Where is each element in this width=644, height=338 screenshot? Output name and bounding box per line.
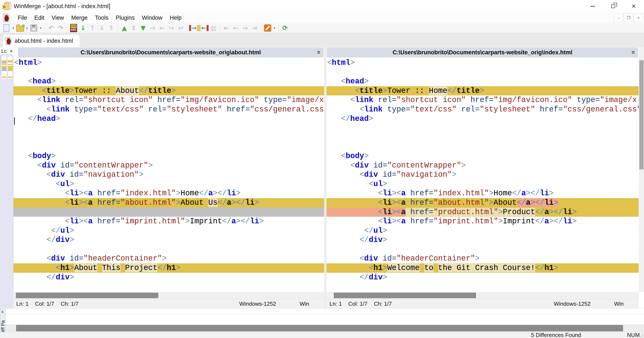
menu-item-plugins[interactable]: Plugins bbox=[112, 13, 138, 22]
code-line[interactable]: </ul> bbox=[14, 226, 324, 236]
diff-pane-hscroll-thumb[interactable] bbox=[16, 325, 623, 331]
code-line[interactable]: <link rel="shortcut icon" href="img/favi… bbox=[326, 96, 639, 105]
code-line[interactable]: <li><a href="index.html">Home</a></li> bbox=[326, 189, 639, 198]
code-line[interactable]: <ul> bbox=[14, 180, 324, 189]
last-file-button[interactable]: ⇥ bbox=[250, 24, 259, 32]
diff-location-mark[interactable] bbox=[2, 62, 6, 64]
code-line[interactable]: </div> bbox=[14, 273, 324, 282]
code-line[interactable]: <head> bbox=[326, 77, 639, 86]
save-dropdown[interactable]: ▾ bbox=[38, 24, 43, 32]
copy-all-left-button[interactable]: ← bbox=[199, 24, 208, 32]
left-code-pane[interactable]: <html> <head> <title>Tower :: About</tit… bbox=[13, 58, 324, 292]
diff-code-line[interactable]: <h1>About This Project</h1> bbox=[14, 263, 324, 273]
new-button[interactable] bbox=[2, 24, 11, 32]
code-line[interactable] bbox=[326, 142, 639, 152]
code-line[interactable] bbox=[14, 133, 324, 142]
code-line[interactable]: </div> bbox=[326, 235, 639, 245]
code-line[interactable] bbox=[326, 68, 639, 77]
copy-right-advance-button[interactable]: ↪ bbox=[167, 24, 176, 32]
diff-location-mark[interactable] bbox=[8, 60, 12, 62]
last-difference-button[interactable]: ⇓ bbox=[97, 24, 106, 32]
copy-right-button[interactable]: → bbox=[148, 24, 157, 32]
diff-location-mark[interactable] bbox=[2, 66, 6, 68]
menu-item-edit[interactable]: Edit bbox=[31, 13, 48, 22]
code-line[interactable]: <link rel="shortcut icon" href="img/favi… bbox=[14, 96, 324, 105]
menu-item-view[interactable]: View bbox=[48, 13, 68, 22]
diff-pane-close-icon[interactable]: × bbox=[1, 310, 4, 314]
code-line[interactable]: </ul> bbox=[326, 226, 639, 236]
menu-item-tools[interactable]: Tools bbox=[91, 13, 112, 22]
code-line[interactable]: <head> bbox=[14, 77, 324, 86]
code-line[interactable]: <link type="text/css" rel="stylesheet" h… bbox=[14, 105, 324, 114]
close-button[interactable]: ✕ bbox=[624, 0, 644, 12]
last-diff-button[interactable]: ▼ bbox=[138, 24, 148, 32]
pane-splitter[interactable] bbox=[324, 47, 326, 308]
refresh-button[interactable]: ⟳ bbox=[280, 24, 290, 32]
diff-location-mark[interactable] bbox=[8, 64, 12, 65]
current-diff-button[interactable]: ⇕ bbox=[129, 24, 138, 32]
next-difference-button[interactable]: ↓ bbox=[78, 24, 88, 32]
code-line[interactable]: <html> bbox=[14, 58, 324, 68]
right-hscroll-thumb[interactable] bbox=[334, 293, 476, 298]
undo-button[interactable]: ↶ bbox=[46, 24, 56, 32]
code-line[interactable]: <li><a href="imprint.html">Imprint</a></… bbox=[14, 217, 324, 226]
diff-location-mark[interactable] bbox=[8, 66, 12, 71]
restore-button[interactable] bbox=[603, 0, 624, 12]
plugins-button[interactable] bbox=[263, 24, 272, 32]
right-header-menu-icon[interactable]: ≡ bbox=[632, 49, 635, 56]
code-line[interactable] bbox=[14, 142, 324, 152]
code-line[interactable]: </div> bbox=[14, 235, 324, 245]
code-line[interactable]: <li><a href="imprint.html">Imprint</a></… bbox=[326, 217, 639, 226]
mdi-minimize-button[interactable]: – bbox=[614, 14, 624, 22]
ghost-line[interactable] bbox=[14, 208, 324, 217]
left-horizontal-scrollbar[interactable] bbox=[13, 292, 324, 299]
code-line[interactable]: <div id="contentWrapper"> bbox=[326, 161, 639, 170]
minimize-button[interactable] bbox=[582, 0, 603, 12]
diff-location-mark[interactable] bbox=[2, 68, 6, 71]
redo-button[interactable]: ↷ bbox=[56, 24, 65, 32]
new-dropdown[interactable]: ▾ bbox=[11, 24, 16, 32]
plugins-dropdown[interactable]: ▾ bbox=[272, 24, 277, 32]
right-code-pane[interactable]: <html> <head> <title>Tower :: Home</titl… bbox=[326, 58, 639, 292]
diff-pane-horizontal-scrollbar[interactable] bbox=[6, 324, 644, 332]
code-line[interactable]: </head> bbox=[326, 114, 639, 124]
first-difference-button[interactable]: ⇑ bbox=[106, 24, 116, 32]
diff-code-line[interactable]: <li><a href="product.html">Product</a></… bbox=[326, 208, 639, 217]
mdi-restore-button[interactable]: ❐ bbox=[624, 14, 633, 22]
code-line[interactable]: <ul> bbox=[326, 180, 639, 189]
code-line[interactable]: <div id="navigation"> bbox=[326, 170, 639, 180]
code-line[interactable]: </div> bbox=[326, 273, 639, 282]
diff-location-mark[interactable] bbox=[8, 76, 12, 78]
next-file-button[interactable]: → bbox=[240, 24, 250, 32]
code-line[interactable]: <div id="contentWrapper"> bbox=[14, 161, 324, 170]
vscroll-thumb[interactable] bbox=[639, 60, 644, 170]
compare-tab[interactable]: about.html - index.html bbox=[2, 35, 80, 47]
menu-item-merge[interactable]: Merge bbox=[68, 13, 91, 22]
location-pane[interactable] bbox=[0, 55, 13, 308]
diff-location-mark[interactable] bbox=[2, 64, 6, 65]
diff-location-mark[interactable] bbox=[2, 60, 6, 62]
save-button[interactable] bbox=[29, 24, 38, 32]
diff-location-mark[interactable] bbox=[2, 76, 6, 78]
code-line[interactable]: <li><a href="index.html">Home</a></li> bbox=[14, 189, 324, 198]
menu-item-window[interactable]: Window bbox=[138, 13, 166, 22]
first-diff-button[interactable]: ▲ bbox=[120, 24, 129, 32]
code-line[interactable]: </head> bbox=[14, 114, 324, 124]
code-line[interactable]: <body> bbox=[14, 152, 324, 161]
mdi-close-button[interactable]: × bbox=[634, 14, 643, 22]
open-dropdown[interactable]: ▾ bbox=[25, 24, 29, 32]
copy-all-right-button[interactable]: → bbox=[189, 24, 199, 32]
code-line[interactable] bbox=[326, 245, 639, 254]
vertical-scrollbar[interactable] bbox=[639, 47, 644, 292]
code-line[interactable] bbox=[326, 133, 639, 142]
code-line[interactable] bbox=[14, 68, 324, 77]
resize-grip[interactable] bbox=[640, 334, 643, 337]
code-line[interactable]: <link type="text/css" rel="stylesheet" h… bbox=[326, 105, 639, 114]
code-line[interactable] bbox=[14, 245, 324, 254]
right-file-header[interactable]: C:\Users\brunobrito\Documents\carparts-w… bbox=[327, 48, 638, 57]
left-header-menu-icon[interactable]: ≡ bbox=[317, 49, 320, 56]
menu-item-help[interactable]: Help bbox=[166, 13, 185, 22]
first-file-button[interactable]: ⇤ bbox=[222, 24, 231, 32]
previous-difference-button[interactable]: ↑ bbox=[88, 24, 97, 32]
copy-left-button[interactable]: ← bbox=[157, 24, 167, 32]
